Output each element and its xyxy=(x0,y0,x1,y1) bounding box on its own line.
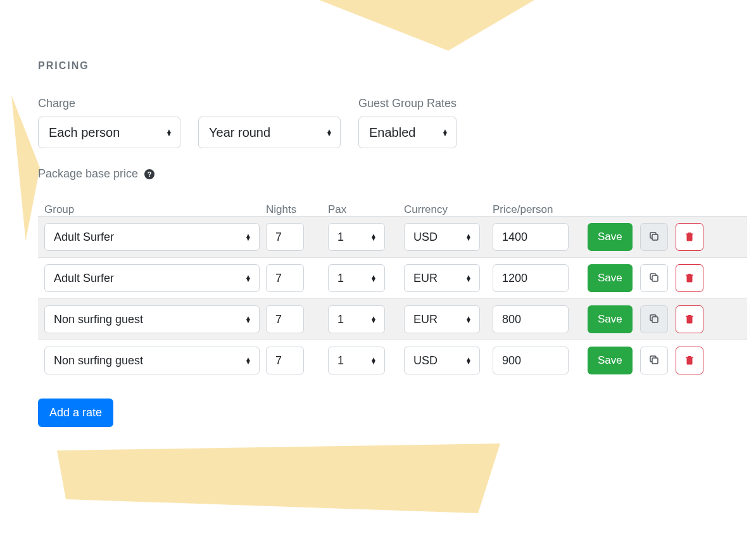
col-pax: Pax xyxy=(328,203,404,216)
copy-icon xyxy=(648,231,660,244)
copy-button[interactable] xyxy=(640,264,668,292)
currency-select[interactable]: USD▲▼ xyxy=(404,223,480,251)
add-rate-button[interactable]: Add a rate xyxy=(38,399,113,427)
chevron-updown-icon: ▲▼ xyxy=(245,234,251,240)
group-value: Non surfing guest xyxy=(54,313,143,326)
chevron-updown-icon: ▲▼ xyxy=(465,275,472,281)
copy-icon xyxy=(648,272,660,285)
charge-value: Each person xyxy=(49,125,120,140)
currency-value: USD xyxy=(413,231,438,244)
price-input[interactable] xyxy=(493,305,569,333)
trash-icon xyxy=(684,354,695,367)
currency-value: EUR xyxy=(413,313,438,326)
chevron-updown-icon: ▲▼ xyxy=(370,234,377,240)
copy-button[interactable] xyxy=(640,305,668,333)
pax-select[interactable]: 1▲▼ xyxy=(328,223,385,251)
group-value: Non surfing guest xyxy=(54,354,143,367)
currency-select[interactable]: EUR▲▼ xyxy=(404,264,480,292)
chevron-updown-icon: ▲▼ xyxy=(465,316,472,322)
save-button[interactable]: Save xyxy=(588,347,633,374)
copy-button[interactable] xyxy=(640,347,668,374)
currency-select[interactable]: USD▲▼ xyxy=(404,347,480,374)
chevron-updown-icon: ▲▼ xyxy=(245,316,251,322)
pax-select[interactable]: 1▲▼ xyxy=(328,305,385,333)
price-input[interactable] xyxy=(493,264,569,292)
group-select[interactable]: Adult Surfer▲▼ xyxy=(44,223,260,251)
pax-select[interactable]: 1▲▼ xyxy=(328,347,385,374)
pax-value: 1 xyxy=(337,313,344,326)
group-rates-value: Enabled xyxy=(369,125,415,140)
group-value: Adult Surfer xyxy=(54,231,114,244)
group-rates-select[interactable]: Enabled ▲▼ xyxy=(358,117,457,148)
svg-rect-1 xyxy=(652,276,658,281)
price-input[interactable] xyxy=(493,347,569,374)
period-select[interactable]: Year round ▲▼ xyxy=(198,117,341,148)
trash-icon xyxy=(684,313,695,326)
section-title: PRICING xyxy=(38,60,756,72)
pax-value: 1 xyxy=(337,272,344,285)
currency-value: EUR xyxy=(413,272,438,285)
delete-button[interactable] xyxy=(676,223,703,251)
rate-row: Adult Surfer▲▼1▲▼USD▲▼Save xyxy=(38,216,747,258)
rate-row: Non surfing guest▲▼1▲▼EUR▲▼Save xyxy=(38,298,747,340)
svg-rect-3 xyxy=(652,358,658,364)
price-input[interactable] xyxy=(493,223,569,251)
col-price: Price/person xyxy=(493,203,588,216)
pax-select[interactable]: 1▲▼ xyxy=(328,264,385,292)
col-nights: Nights xyxy=(266,203,328,216)
delete-button[interactable] xyxy=(676,347,703,374)
copy-icon xyxy=(648,354,660,367)
nights-input[interactable] xyxy=(266,264,304,292)
trash-icon xyxy=(684,272,695,285)
pax-value: 1 xyxy=(337,354,344,367)
group-select[interactable]: Non surfing guest▲▼ xyxy=(44,347,260,374)
save-button[interactable]: Save xyxy=(588,305,633,333)
chevron-updown-icon: ▲▼ xyxy=(245,357,251,364)
chevron-updown-icon: ▲▼ xyxy=(370,275,377,281)
base-price-label: Package base price xyxy=(38,167,138,181)
svg-rect-2 xyxy=(652,317,658,322)
copy-icon xyxy=(648,313,660,326)
group-rates-label: Guest Group Rates xyxy=(358,97,457,110)
delete-button[interactable] xyxy=(676,305,703,333)
chevron-updown-icon: ▲▼ xyxy=(245,275,251,281)
delete-button[interactable] xyxy=(676,264,703,292)
chevron-updown-icon: ▲▼ xyxy=(370,357,377,364)
group-select[interactable]: Non surfing guest▲▼ xyxy=(44,305,260,333)
group-value: Adult Surfer xyxy=(54,272,114,285)
decorative-shape-bottom xyxy=(57,443,500,513)
save-button[interactable]: Save xyxy=(588,264,633,292)
charge-label: Charge xyxy=(38,97,180,110)
currency-select[interactable]: EUR▲▼ xyxy=(404,305,480,333)
chevron-updown-icon: ▲▼ xyxy=(465,357,472,364)
nights-input[interactable] xyxy=(266,223,304,251)
currency-value: USD xyxy=(413,354,438,367)
chevron-updown-icon: ▲▼ xyxy=(465,234,472,240)
group-select[interactable]: Adult Surfer▲▼ xyxy=(44,264,260,292)
nights-input[interactable] xyxy=(266,305,304,333)
nights-input[interactable] xyxy=(266,347,304,374)
help-icon[interactable]: ? xyxy=(144,169,154,179)
table-header: Group Nights Pax Currency Price/person xyxy=(38,203,756,216)
period-label xyxy=(198,97,341,110)
col-currency: Currency xyxy=(404,203,493,216)
chevron-updown-icon: ▲▼ xyxy=(166,129,172,136)
rate-row: Adult Surfer▲▼1▲▼EUR▲▼Save xyxy=(38,258,747,298)
chevron-updown-icon: ▲▼ xyxy=(370,316,377,322)
rate-row: Non surfing guest▲▼1▲▼USD▲▼Save xyxy=(38,340,747,381)
chevron-updown-icon: ▲▼ xyxy=(442,129,448,136)
pax-value: 1 xyxy=(337,231,344,244)
col-group: Group xyxy=(44,203,266,216)
save-button[interactable]: Save xyxy=(588,223,633,251)
chevron-updown-icon: ▲▼ xyxy=(326,129,332,136)
trash-icon xyxy=(684,231,695,244)
copy-button[interactable] xyxy=(640,223,668,251)
period-value: Year round xyxy=(209,125,270,140)
charge-select[interactable]: Each person ▲▼ xyxy=(38,117,180,148)
svg-rect-0 xyxy=(652,234,658,240)
